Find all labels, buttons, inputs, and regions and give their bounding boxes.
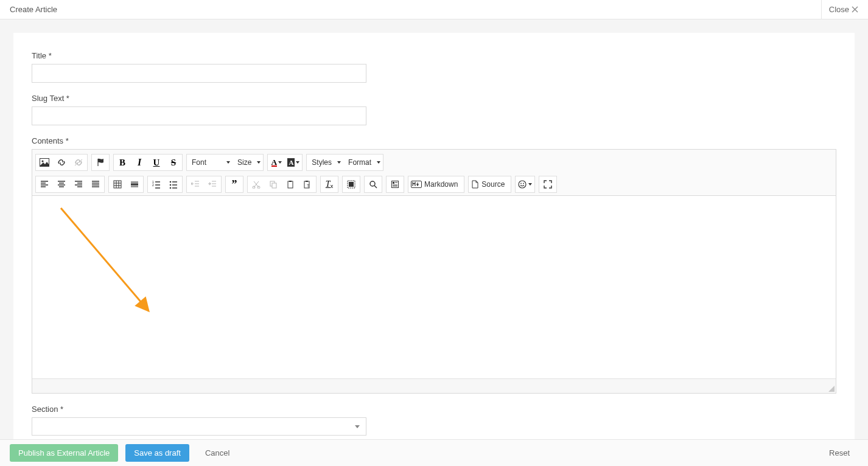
svg-point-25 xyxy=(523,183,524,184)
image-icon[interactable] xyxy=(36,155,53,170)
contents-label: Contents * xyxy=(32,136,836,145)
emoji-icon[interactable] xyxy=(516,176,534,192)
svg-point-6 xyxy=(170,184,172,186)
outdent-icon[interactable] xyxy=(187,176,204,192)
underline-icon[interactable]: U xyxy=(148,155,165,170)
svg-rect-18 xyxy=(349,182,354,187)
cancel-button[interactable]: Cancel xyxy=(197,444,238,462)
svg-text:2: 2 xyxy=(152,183,154,187)
section-label: Section * xyxy=(32,405,836,414)
footer-bar: Publish as External Article Save as draf… xyxy=(0,439,868,466)
svg-point-24 xyxy=(520,183,522,184)
slug-input[interactable] xyxy=(32,106,366,125)
cut-icon[interactable] xyxy=(248,176,265,192)
svg-point-7 xyxy=(170,187,172,189)
slug-label: Slug Text * xyxy=(32,94,836,103)
maximize-icon[interactable] xyxy=(539,176,556,192)
text-color-icon[interactable]: A xyxy=(268,155,285,170)
editor-content-area[interactable] xyxy=(32,196,836,378)
save-draft-button[interactable]: Save as draft xyxy=(125,444,189,462)
unlink-icon[interactable] xyxy=(70,155,87,170)
select-all-icon[interactable] xyxy=(343,176,360,192)
align-justify-icon[interactable] xyxy=(87,176,104,192)
svg-rect-15 xyxy=(306,181,308,182)
horizontal-rule-icon[interactable] xyxy=(126,176,143,192)
italic-icon[interactable]: I xyxy=(131,155,148,170)
align-center-icon[interactable] xyxy=(53,176,70,192)
svg-point-23 xyxy=(519,181,526,188)
ordered-list-icon[interactable]: 12 xyxy=(148,176,165,192)
align-right-icon[interactable] xyxy=(70,176,87,192)
styles-dropdown[interactable]: Styles xyxy=(307,155,343,170)
align-left-icon[interactable] xyxy=(36,176,53,192)
publish-button[interactable]: Publish as External Article xyxy=(10,444,118,462)
format-dropdown[interactable]: Format xyxy=(343,155,383,170)
form-card: Title * Slug Text * Contents * xyxy=(13,33,855,454)
bold-icon[interactable]: B xyxy=(114,155,131,170)
source-file-icon xyxy=(471,180,479,189)
page-title: Create Article xyxy=(10,5,57,14)
paste-text-icon[interactable]: T xyxy=(299,176,316,192)
section-select[interactable] xyxy=(32,417,366,436)
source-button[interactable]: Source xyxy=(469,176,511,192)
close-button[interactable]: Close xyxy=(821,0,858,19)
svg-text:T: T xyxy=(307,184,310,188)
markdown-button[interactable]: Markdown xyxy=(408,176,464,192)
chevron-down-icon xyxy=(355,425,360,428)
unordered-list-icon[interactable] xyxy=(165,176,182,192)
markdown-icon xyxy=(411,181,422,188)
remove-format-icon[interactable]: Tx xyxy=(321,176,338,192)
link-icon[interactable] xyxy=(53,155,70,170)
svg-line-26 xyxy=(61,208,149,311)
rich-text-editor: B I U S Font Size A A Styles xyxy=(32,149,836,394)
template-icon[interactable] xyxy=(387,176,404,192)
svg-rect-2 xyxy=(114,181,121,188)
svg-point-5 xyxy=(170,181,172,183)
copy-icon[interactable] xyxy=(265,176,282,192)
editor-toolbar: B I U S Font Size A A Styles xyxy=(32,150,836,196)
bg-color-icon[interactable]: A xyxy=(285,155,302,170)
close-icon xyxy=(852,6,858,13)
title-label: Title * xyxy=(32,51,836,60)
find-icon[interactable] xyxy=(365,176,382,192)
flag-icon[interactable] xyxy=(92,155,109,170)
svg-rect-12 xyxy=(288,181,293,188)
svg-rect-13 xyxy=(289,181,292,182)
font-dropdown[interactable]: Font xyxy=(187,155,233,170)
svg-rect-11 xyxy=(272,183,276,188)
title-input[interactable] xyxy=(32,64,366,83)
indent-icon[interactable] xyxy=(204,176,221,192)
reset-button[interactable]: Reset xyxy=(821,444,858,462)
table-icon[interactable] xyxy=(109,176,126,192)
top-bar: Create Article Close xyxy=(0,0,868,19)
editor-resize-handle[interactable] xyxy=(32,378,836,393)
size-dropdown[interactable]: Size xyxy=(233,155,263,170)
paste-icon[interactable] xyxy=(282,176,299,192)
blockquote-icon[interactable]: ” xyxy=(226,176,243,192)
strikethrough-icon[interactable]: S xyxy=(165,155,182,170)
svg-point-19 xyxy=(370,181,375,186)
annotation-arrow-icon xyxy=(57,204,161,320)
svg-point-1 xyxy=(41,160,43,162)
svg-rect-21 xyxy=(393,182,394,184)
